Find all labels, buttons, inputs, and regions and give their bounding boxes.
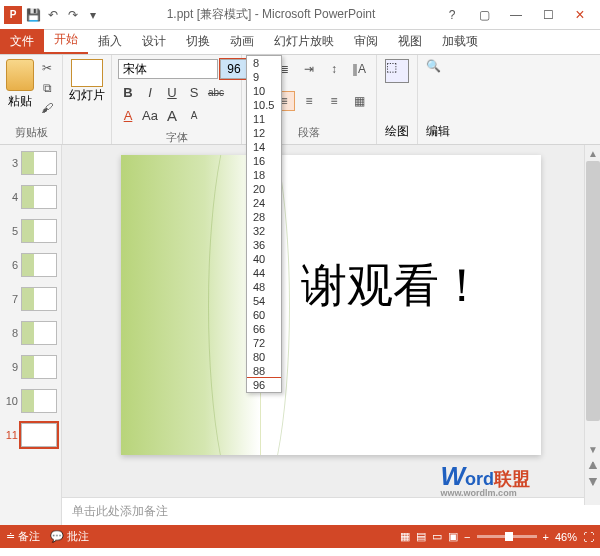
size-option-10.5[interactable]: 10.5 bbox=[247, 98, 281, 112]
size-option-88[interactable]: 88 bbox=[247, 364, 281, 378]
font-color-button[interactable]: A bbox=[118, 105, 138, 125]
copy-icon[interactable]: ⧉ bbox=[38, 79, 56, 97]
view-normal-icon[interactable]: ▦ bbox=[400, 530, 410, 543]
size-option-80[interactable]: 80 bbox=[247, 350, 281, 364]
find-icon[interactable]: 🔍 bbox=[426, 59, 450, 83]
new-slide-button[interactable]: 幻灯片 bbox=[69, 59, 105, 104]
fit-to-window-icon[interactable]: ⛶ bbox=[583, 531, 594, 543]
thumbnail-6[interactable]: 6 bbox=[0, 251, 61, 279]
ribbon-options-icon[interactable]: ▢ bbox=[472, 5, 496, 25]
scroll-down-icon[interactable]: ▼ bbox=[585, 441, 600, 457]
thumbnail-4[interactable]: 4 bbox=[0, 183, 61, 211]
minimize-button[interactable]: — bbox=[504, 5, 528, 25]
paste-button[interactable]: 粘贴 bbox=[6, 59, 34, 110]
change-case-button[interactable]: Aa bbox=[140, 105, 160, 125]
redo-icon[interactable]: ↷ bbox=[64, 6, 82, 24]
size-option-48[interactable]: 48 bbox=[247, 280, 281, 294]
justify-button[interactable]: ≡ bbox=[323, 91, 345, 111]
tab-addins[interactable]: 加载项 bbox=[432, 29, 488, 54]
view-reading-icon[interactable]: ▭ bbox=[432, 530, 442, 543]
underline-button[interactable]: U bbox=[162, 82, 182, 102]
zoom-level[interactable]: 46% bbox=[555, 531, 577, 543]
indent-button[interactable]: ⇥ bbox=[298, 59, 320, 79]
size-option-44[interactable]: 44 bbox=[247, 266, 281, 280]
tab-insert[interactable]: 插入 bbox=[88, 29, 132, 54]
zoom-slider[interactable] bbox=[477, 535, 537, 538]
scroll-up-icon[interactable]: ▲ bbox=[585, 145, 600, 161]
status-comments[interactable]: 💬 批注 bbox=[50, 529, 89, 544]
size-option-10[interactable]: 10 bbox=[247, 84, 281, 98]
size-option-54[interactable]: 54 bbox=[247, 294, 281, 308]
save-icon[interactable]: 💾 bbox=[24, 6, 42, 24]
tab-transitions[interactable]: 切换 bbox=[176, 29, 220, 54]
tab-file[interactable]: 文件 bbox=[0, 29, 44, 54]
thumbnail-10[interactable]: 10 bbox=[0, 387, 61, 415]
qat-more-icon[interactable]: ▾ bbox=[84, 6, 102, 24]
status-notes[interactable]: ≐ 备注 bbox=[6, 529, 40, 544]
tab-view[interactable]: 视图 bbox=[388, 29, 432, 54]
thumbnail-9[interactable]: 9 bbox=[0, 353, 61, 381]
notes-pane[interactable]: 单击此处添加备注 bbox=[62, 497, 600, 525]
columns-button[interactable]: ▦ bbox=[348, 91, 370, 111]
grow-font-button[interactable]: A bbox=[162, 105, 182, 125]
tab-slideshow[interactable]: 幻灯片放映 bbox=[264, 29, 344, 54]
align-right-button[interactable]: ≡ bbox=[298, 91, 320, 111]
view-sorter-icon[interactable]: ▤ bbox=[416, 530, 426, 543]
thumbnail-8[interactable]: 8 bbox=[0, 319, 61, 347]
format-painter-icon[interactable]: 🖌 bbox=[38, 99, 56, 117]
size-option-36[interactable]: 36 bbox=[247, 238, 281, 252]
size-option-24[interactable]: 24 bbox=[247, 196, 281, 210]
thumbnail-7[interactable]: 7 bbox=[0, 285, 61, 313]
strikethrough-button[interactable]: abc bbox=[206, 82, 226, 102]
shapes-icon[interactable]: ⬚ bbox=[385, 59, 409, 83]
size-option-40[interactable]: 40 bbox=[247, 252, 281, 266]
thumbnail-11[interactable]: 11 bbox=[0, 421, 61, 449]
size-option-20[interactable]: 20 bbox=[247, 182, 281, 196]
tab-animations[interactable]: 动画 bbox=[220, 29, 264, 54]
line-spacing-button[interactable]: ↕ bbox=[323, 59, 345, 79]
size-option-12[interactable]: 12 bbox=[247, 126, 281, 140]
bold-button[interactable]: B bbox=[118, 82, 138, 102]
scroll-thumb[interactable] bbox=[586, 161, 600, 421]
zoom-in-button[interactable]: + bbox=[543, 531, 549, 543]
zoom-out-button[interactable]: − bbox=[464, 531, 470, 543]
size-option-16[interactable]: 16 bbox=[247, 154, 281, 168]
tab-home[interactable]: 开始 bbox=[44, 27, 88, 54]
size-option-72[interactable]: 72 bbox=[247, 336, 281, 350]
group-label-clipboard: 剪贴板 bbox=[6, 125, 56, 140]
size-option-66[interactable]: 66 bbox=[247, 322, 281, 336]
cut-icon[interactable]: ✂ bbox=[38, 59, 56, 77]
size-option-18[interactable]: 18 bbox=[247, 168, 281, 182]
font-size-dropdown[interactable]: 891010.511121416182024283236404448546066… bbox=[246, 55, 282, 393]
thumbnail-5[interactable]: 5 bbox=[0, 217, 61, 245]
view-slideshow-icon[interactable]: ▣ bbox=[448, 530, 458, 543]
maximize-button[interactable]: ☐ bbox=[536, 5, 560, 25]
size-option-14[interactable]: 14 bbox=[247, 140, 281, 154]
italic-button[interactable]: I bbox=[140, 82, 160, 102]
size-option-11[interactable]: 11 bbox=[247, 112, 281, 126]
size-option-8[interactable]: 8 bbox=[247, 56, 281, 70]
size-option-28[interactable]: 28 bbox=[247, 210, 281, 224]
thumbnail-3[interactable]: 3 bbox=[0, 149, 61, 177]
slide-canvas[interactable]: 谢观看！ bbox=[62, 145, 600, 497]
next-slide-icon[interactable]: ⯆ bbox=[585, 473, 600, 489]
group-drawing: ⬚ 绘图 bbox=[377, 55, 418, 144]
size-option-32[interactable]: 32 bbox=[247, 224, 281, 238]
font-name-input[interactable] bbox=[118, 59, 218, 79]
size-option-9[interactable]: 9 bbox=[247, 70, 281, 84]
size-option-60[interactable]: 60 bbox=[247, 308, 281, 322]
undo-icon[interactable]: ↶ bbox=[44, 6, 62, 24]
size-option-96[interactable]: 96 bbox=[247, 378, 281, 392]
help-icon[interactable]: ? bbox=[440, 5, 464, 25]
vertical-scrollbar[interactable]: ▲ ▼ ⯅ ⯆ bbox=[584, 145, 600, 505]
close-button[interactable]: × bbox=[568, 5, 592, 25]
shrink-font-button[interactable]: A bbox=[184, 105, 204, 125]
text-direction-button[interactable]: ‖A bbox=[348, 59, 370, 79]
slide[interactable]: 谢观看！ bbox=[121, 155, 541, 455]
tab-design[interactable]: 设计 bbox=[132, 29, 176, 54]
slide-title-text[interactable]: 谢观看！ bbox=[301, 255, 485, 317]
thumbnail-panel[interactable]: 34567891011 bbox=[0, 145, 62, 525]
shadow-button[interactable]: S bbox=[184, 82, 204, 102]
tab-review[interactable]: 审阅 bbox=[344, 29, 388, 54]
prev-slide-icon[interactable]: ⯅ bbox=[585, 457, 600, 473]
